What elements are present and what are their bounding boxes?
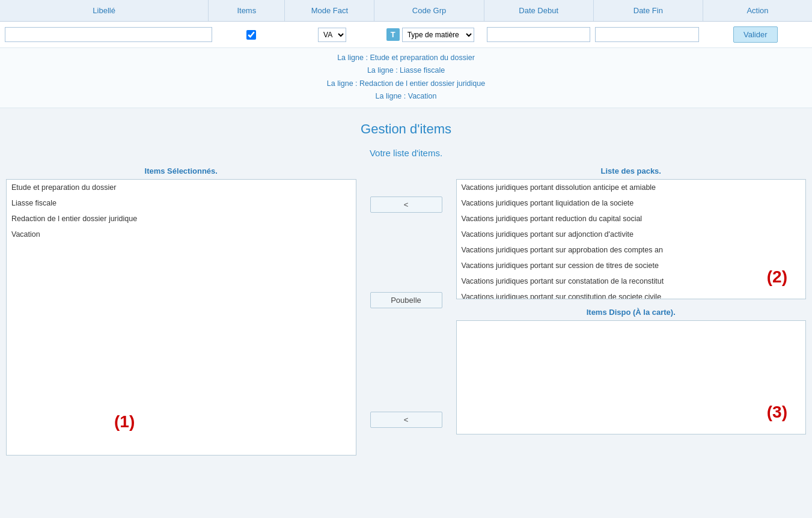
section-title: Gestion d'items bbox=[0, 108, 812, 143]
t-badge: T bbox=[386, 28, 400, 41]
list-item[interactable]: Liasse fiscale bbox=[7, 195, 356, 211]
transfer-left-bottom-button[interactable]: < bbox=[370, 412, 442, 428]
info-line-1: La ligne : Etude et preparation du dossi… bbox=[0, 52, 812, 64]
top-btn-group: < bbox=[370, 197, 442, 213]
list-item[interactable]: Etude et preparation du dossier bbox=[7, 180, 356, 195]
list-item[interactable]: Vacations juridiques portant dissolution… bbox=[457, 180, 806, 195]
annotation-3: (3) bbox=[767, 403, 787, 422]
list-item[interactable]: Vacations juridiques portant sur constat… bbox=[457, 273, 806, 289]
type-matiere-select[interactable]: Type de matière Option 2 bbox=[402, 28, 474, 42]
table-header: Libellé Items Mode Fact Code Grp Date De… bbox=[0, 0, 812, 22]
items-cell bbox=[215, 29, 288, 41]
code-grp-cell: T Type de matière Option 2 bbox=[376, 26, 484, 43]
date-debut-input[interactable]: 08/05/2015 bbox=[487, 27, 590, 42]
table-row: Test VA FX HE T Type de matière Option 2… bbox=[0, 22, 812, 48]
packs-panel: Liste des packs. Vacations juridiques po… bbox=[456, 166, 807, 299]
libelle-input[interactable]: Test bbox=[5, 27, 212, 42]
poubelle-button[interactable]: Poubelle bbox=[370, 292, 442, 308]
packs-title: Liste des packs. bbox=[456, 166, 807, 175]
info-line-3: La ligne : Redaction de l entier dossier… bbox=[0, 78, 812, 90]
header-date-fin: Date Fin bbox=[594, 0, 703, 21]
action-cell: Valider bbox=[701, 25, 810, 44]
valider-button[interactable]: Valider bbox=[733, 26, 778, 43]
header-items: Items bbox=[209, 0, 285, 21]
date-fin-cell: 22/01/2018 bbox=[593, 26, 701, 43]
selected-items-panel: Items Sélectionnés. Etude et preparation… bbox=[6, 166, 356, 456]
info-line-2: La ligne : Liasse fiscale bbox=[0, 64, 812, 77]
header-mode-fact: Mode Fact bbox=[285, 0, 374, 21]
header-action: Action bbox=[703, 0, 812, 21]
items-checkbox[interactable] bbox=[246, 30, 256, 40]
info-line-4: La ligne : Vacation bbox=[0, 90, 812, 103]
selected-items-list[interactable]: Etude et preparation du dossierLiasse fi… bbox=[6, 179, 356, 456]
header-date-debut: Date Debut bbox=[484, 0, 594, 21]
right-panel: Liste des packs. Vacations juridiques po… bbox=[456, 166, 807, 434]
items-dispo-panel: Items Dispo (À la carte). (3) bbox=[456, 308, 807, 434]
mode-fact-select[interactable]: VA FX HE bbox=[318, 28, 346, 42]
items-dispo-list[interactable]: (3) bbox=[456, 320, 807, 434]
list-item[interactable]: Vacations juridiques portant sur adjonct… bbox=[457, 227, 806, 242]
transfer-left-top-button[interactable]: < bbox=[370, 197, 442, 213]
subsection-title: Votre liste d'items. bbox=[0, 143, 812, 166]
list-item[interactable]: Vacations juridiques portant sur approba… bbox=[457, 242, 806, 258]
mode-fact-cell: VA FX HE bbox=[288, 26, 376, 43]
items-dispo-title: Items Dispo (À la carte). bbox=[456, 308, 807, 317]
middle-buttons: < Poubelle < bbox=[361, 166, 451, 428]
main-content: Items Sélectionnés. Etude et preparation… bbox=[0, 166, 812, 468]
list-item[interactable]: Vacations juridiques portant sur constit… bbox=[457, 289, 806, 299]
items-layout: Items Sélectionnés. Etude et preparation… bbox=[6, 166, 806, 456]
header-code-grp: Code Grp bbox=[374, 0, 484, 21]
date-fin-input[interactable]: 22/01/2018 bbox=[595, 27, 698, 42]
selected-items-title: Items Sélectionnés. bbox=[6, 166, 356, 175]
packs-list[interactable]: Vacations juridiques portant dissolution… bbox=[456, 179, 807, 299]
info-lines: La ligne : Etude et preparation du dossi… bbox=[0, 48, 812, 108]
list-item[interactable]: Vacation bbox=[7, 227, 356, 242]
list-item[interactable]: Vacations juridiques portant sur cession… bbox=[457, 258, 806, 273]
date-debut-cell: 08/05/2015 bbox=[484, 26, 593, 43]
list-item[interactable]: Vacations juridiques portant liquidation… bbox=[457, 195, 806, 211]
list-item[interactable]: Redaction de l entier dossier juridique bbox=[7, 211, 356, 227]
header-libelle: Libellé bbox=[0, 0, 209, 21]
libelle-cell: Test bbox=[2, 26, 215, 43]
list-item[interactable]: Vacations juridiques portant reduction d… bbox=[457, 211, 806, 227]
